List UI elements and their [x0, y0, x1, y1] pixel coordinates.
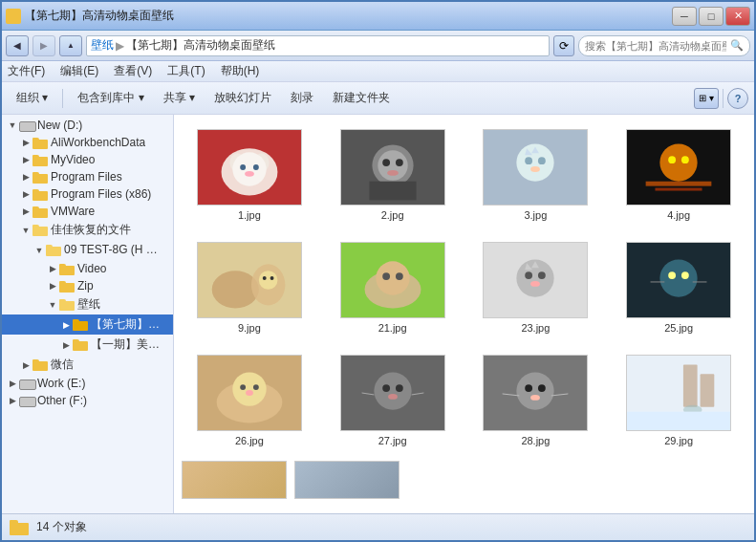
breadcrumb-wallpaper[interactable]: 壁纸 [91, 37, 114, 54]
svg-point-44 [538, 271, 546, 279]
svg-point-56 [232, 372, 266, 405]
folder-icon [32, 206, 48, 218]
search-bar[interactable]: 🔍 [578, 35, 750, 56]
folder-icon [32, 171, 48, 184]
menu-tools[interactable]: 工具(T) [167, 63, 205, 79]
status-text: 14 个对象 [36, 519, 87, 535]
main-content: ▼ New (D:) ▶ AliWorkbenchData ▶ MyVideo … [2, 115, 754, 513]
partial-thumbnail [182, 461, 287, 499]
sidebar-item-work-e[interactable]: ▶ Work (E:) [2, 375, 173, 392]
file-item[interactable]: 25.jpg [611, 235, 746, 340]
file-name: 28.jpg [521, 435, 550, 446]
sidebar-item-video[interactable]: ▶ Video [2, 260, 173, 277]
file-item[interactable]: 3.jpg [468, 122, 604, 228]
svg-point-57 [240, 384, 246, 390]
svg-point-49 [659, 259, 697, 296]
breadcrumb-bar[interactable]: 壁纸 ▶ 【第七期】高清动物桌面壁纸 [86, 35, 550, 56]
address-bar: ◀ ▶ ▲ 壁纸 ▶ 【第七期】高清动物桌面壁纸 ⟳ 🔍 [2, 31, 754, 61]
minimize-button[interactable]: ─ [672, 7, 697, 26]
share-button[interactable]: 共享 ▾ [155, 86, 204, 111]
help-button[interactable]: ? [727, 88, 748, 109]
sidebar-item-period7[interactable]: ▶ 【第七期】高清动物桌面壁纸 [2, 314, 173, 335]
svg-rect-76 [701, 374, 715, 406]
folder-icon [32, 358, 48, 371]
expand-icon: ▶ [19, 358, 32, 372]
sidebar-item-myvideo[interactable]: ▶ MyVideo [2, 151, 173, 168]
sidebar-item-wallpaper[interactable]: ▼ 壁纸 [2, 294, 173, 314]
sidebar-item-programfilesx86[interactable]: ▶ Program Files (x86) [2, 185, 173, 203]
include-library-button[interactable]: 包含到库中 ▾ [69, 86, 152, 111]
file-grid-container[interactable]: 1.jpg 2.jpg 3.jpg 4.jpg [174, 115, 754, 513]
svg-rect-27 [656, 188, 702, 191]
file-name: 9.jpg [238, 322, 261, 334]
svg-point-68 [517, 372, 554, 409]
menu-edit[interactable]: 编辑(E) [60, 63, 98, 79]
svg-point-6 [253, 164, 259, 170]
file-grid: 1.jpg 2.jpg 3.jpg 4.jpg [182, 122, 746, 453]
expand-icon: ▶ [59, 338, 73, 352]
sidebar-item-wechat[interactable]: ▶ 微信 [2, 355, 173, 375]
file-item[interactable]: 26.jpg [182, 348, 317, 453]
sidebar-item-period1[interactable]: ▶ 【一期】美女高清壁纸 [2, 335, 173, 355]
file-item[interactable]: 2.jpg [325, 122, 461, 228]
toolbar-separator-2 [723, 89, 724, 108]
file-name: 21.jpg [378, 322, 407, 334]
organize-button[interactable]: 组织 ▾ [8, 86, 56, 111]
file-name: 29.jpg [664, 435, 693, 446]
view-mode-button[interactable]: ⊞ ▾ [694, 88, 719, 109]
file-item[interactable]: 4.jpg [611, 122, 746, 228]
file-item[interactable]: 1.jpg [182, 122, 317, 228]
file-item[interactable]: 21.jpg [325, 235, 461, 340]
svg-rect-14 [369, 182, 416, 201]
slideshow-button[interactable]: 放映幻灯片 [205, 86, 280, 111]
sidebar-item-label: VMWare [51, 205, 95, 218]
file-thumbnail [626, 355, 731, 431]
close-button[interactable]: ✕ [725, 7, 750, 26]
toolbar-right: ⊞ ▾ ? [694, 88, 748, 109]
file-name: 2.jpg [381, 209, 404, 221]
back-button[interactable]: ◀ [6, 35, 29, 56]
expand-icon: ▶ [6, 394, 19, 407]
file-item[interactable]: 27.jpg [325, 348, 461, 453]
search-input[interactable] [585, 40, 726, 52]
sidebar-item-jiajia[interactable]: ▼ 佳佳恢复的文件 [2, 220, 173, 240]
forward-button[interactable]: ▶ [32, 35, 55, 56]
menu-view[interactable]: 查看(V) [114, 63, 152, 79]
file-name: 1.jpg [238, 209, 261, 221]
expand-icon: ▼ [19, 224, 32, 237]
sidebar-item-aliworkbench[interactable]: ▶ AliWorkbenchData [2, 134, 173, 151]
folder-icon [73, 338, 88, 351]
sidebar-item-programfiles[interactable]: ▶ Program Files [2, 168, 173, 185]
svg-point-33 [270, 276, 273, 280]
file-item[interactable]: 28.jpg [468, 348, 604, 453]
drive-icon [19, 378, 34, 390]
folder-icon [59, 263, 75, 275]
menu-help[interactable]: 帮助(H) [221, 63, 260, 79]
window-title: 【第七期】高清动物桌面壁纸 [25, 8, 174, 24]
sidebar-item-test8g[interactable]: ▼ 09 TEST-8G (H ) 正常文件 (8278 [2, 240, 173, 260]
file-item[interactable]: 23.jpg [468, 235, 604, 340]
svg-rect-75 [683, 365, 698, 407]
up-button[interactable]: ▲ [59, 35, 82, 56]
new-folder-button[interactable]: 新建文件夹 [324, 86, 399, 111]
sidebar-item-vmware[interactable]: ▶ VMWare [2, 203, 173, 220]
search-icon: 🔍 [730, 39, 744, 52]
burn-button[interactable]: 刻录 [282, 86, 322, 111]
file-item[interactable]: 9.jpg [182, 235, 317, 340]
sidebar-item-label: 【第七期】高清动物桌面壁纸 [91, 316, 169, 333]
sidebar-item-label: Video [77, 262, 106, 275]
menu-file[interactable]: 文件(F) [8, 63, 45, 79]
expand-icon: ▶ [19, 136, 32, 149]
sidebar-item-zip[interactable]: ▶ Zip [2, 277, 173, 294]
restore-button[interactable]: □ [699, 7, 724, 26]
sidebar-item-label: Program Files (x86) [51, 187, 151, 201]
drive-icon [19, 119, 34, 132]
file-item[interactable]: 29.jpg [611, 348, 746, 453]
refresh-button[interactable]: ⟳ [553, 35, 574, 56]
sidebar-item-other-f[interactable]: ▶ Other (F:) [2, 392, 173, 409]
sidebar-item-new-d[interactable]: ▼ New (D:) [2, 117, 173, 134]
toolbar-separator-1 [62, 89, 63, 108]
svg-point-38 [396, 272, 403, 280]
svg-point-31 [259, 271, 278, 290]
file-thumbnail [340, 129, 445, 206]
